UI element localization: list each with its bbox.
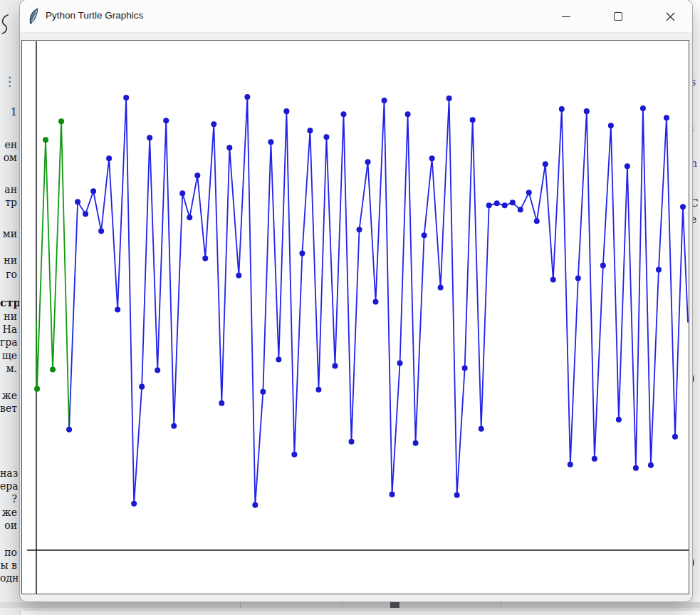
minimize-icon <box>562 16 570 17</box>
data-point <box>479 426 484 432</box>
minimize-button[interactable] <box>551 6 581 27</box>
data-point <box>147 135 152 140</box>
background-text-fragment: гра <box>0 337 17 347</box>
data-point <box>494 200 500 206</box>
background-text-fragment: ои <box>0 520 17 530</box>
data-point <box>373 299 379 304</box>
green-start-series <box>34 118 69 430</box>
data-point <box>510 200 516 205</box>
data-point <box>194 172 200 178</box>
data-point <box>575 275 581 281</box>
data-point <box>438 284 444 290</box>
scrollbar-separator <box>342 602 343 608</box>
data-point <box>307 128 313 133</box>
data-point <box>429 155 435 161</box>
data-point <box>260 389 266 395</box>
data-point <box>625 163 630 169</box>
data-point <box>252 502 258 508</box>
data-point <box>226 145 232 150</box>
data-point <box>268 139 273 145</box>
background-text-fragment: ера <box>0 481 17 491</box>
data-point <box>390 492 395 497</box>
background-cursor-fragment <box>0 13 10 36</box>
data-point <box>454 492 460 498</box>
background-text-fragment: же <box>0 391 17 400</box>
background-text-fragment: ми <box>0 229 17 239</box>
background-text-fragment: ? <box>0 494 17 504</box>
data-point <box>592 456 597 462</box>
data-point <box>550 277 556 282</box>
data-point <box>518 207 523 212</box>
data-point <box>405 111 411 117</box>
data-point <box>276 357 281 363</box>
data-point <box>115 306 120 312</box>
data-point <box>106 155 112 161</box>
data-point <box>236 272 241 278</box>
background-text-fragment: одн <box>0 573 17 583</box>
data-point <box>244 94 250 100</box>
data-point <box>323 134 329 140</box>
scrollbar-handle <box>390 602 399 608</box>
window-titlebar[interactable]: Python Turtle Graphics <box>20 0 692 33</box>
tk-feather-icon <box>26 8 42 25</box>
background-text-fragment: На <box>0 324 17 334</box>
data-point <box>357 227 362 232</box>
data-point <box>291 452 297 458</box>
data-point <box>568 462 573 467</box>
data-point <box>462 366 468 371</box>
background-text-fragment: ом <box>0 153 17 162</box>
data-point <box>608 123 614 128</box>
maximize-icon <box>614 12 622 21</box>
data-point <box>397 361 403 366</box>
maximize-button[interactable] <box>603 6 633 27</box>
data-point <box>187 215 192 220</box>
scrollbar-separator <box>500 602 501 608</box>
data-point <box>34 386 40 392</box>
data-point <box>299 250 305 256</box>
data-point <box>543 161 548 167</box>
data-point <box>526 190 532 195</box>
data-point <box>365 159 371 165</box>
data-point <box>131 501 137 507</box>
data-point <box>648 462 654 468</box>
data-point <box>633 465 639 471</box>
background-text-fragment: 1 <box>0 107 17 117</box>
background-text-fragment: ен <box>0 140 17 150</box>
background-text-fragment: же <box>0 507 17 517</box>
blue-walk-polyline <box>69 97 688 505</box>
data-point <box>123 95 129 100</box>
close-button[interactable] <box>655 6 685 27</box>
data-point <box>163 118 169 123</box>
green-start-polyline <box>36 121 69 430</box>
data-point <box>413 440 419 446</box>
turtle-canvas-area <box>21 40 689 594</box>
data-point <box>502 202 508 208</box>
data-point <box>348 439 354 445</box>
background-text-fragment: стр <box>0 298 17 309</box>
data-point <box>656 267 662 272</box>
data-point <box>382 98 387 103</box>
background-text-fragment: м. <box>0 363 17 373</box>
data-point <box>640 105 646 111</box>
background-text-fragment: ни <box>0 255 17 265</box>
background-text-fragment: ни <box>0 311 17 321</box>
background-text-fragment: наз <box>0 468 17 478</box>
data-point <box>139 384 145 390</box>
data-point <box>171 423 177 429</box>
data-point <box>202 255 208 261</box>
window-title: Python Turtle Graphics <box>46 10 143 21</box>
data-point <box>680 204 686 210</box>
data-point <box>559 106 565 112</box>
background-text-fragment: тр <box>0 197 17 207</box>
data-point <box>422 232 427 238</box>
data-point <box>486 202 492 208</box>
blue-walk-series <box>66 94 688 508</box>
data-point <box>83 211 88 217</box>
data-point <box>584 108 590 114</box>
turtle-window: Python Turtle Graphics <box>20 0 692 601</box>
data-point <box>179 190 185 196</box>
data-point <box>315 387 321 393</box>
data-point <box>332 363 338 369</box>
background-text-fragment: ы в <box>0 560 17 570</box>
data-point <box>664 115 669 120</box>
